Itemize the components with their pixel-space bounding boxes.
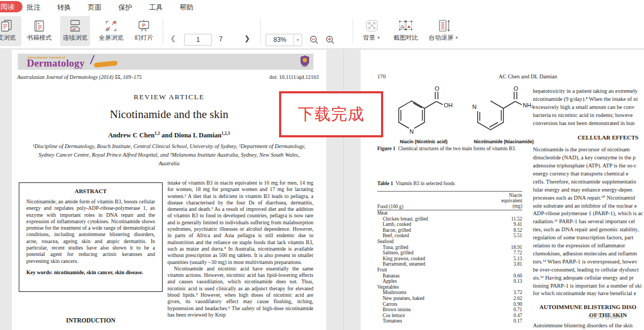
- table-row: Salmon, grilled 7.72: [377, 250, 522, 256]
- svg-text:O: O: [514, 85, 518, 92]
- screenshot-compare-button[interactable]: 截图对比: [389, 16, 422, 46]
- menu-item-tools[interactable]: 工具: [141, 3, 171, 12]
- background-label: 背景▼: [363, 34, 381, 42]
- food-cell: Salmon, grilled: [377, 250, 413, 256]
- niacin-label: Niacin (Nicotinic acid): [400, 139, 448, 144]
- pdf-page-170: 170 AC Chen and DL Damian O OH N: [361, 50, 644, 330]
- niacin-value-cell: 0.90: [514, 302, 522, 307]
- table-vitamin-b3: Table 1 Vitamin B3 in selected foods Foo…: [377, 181, 522, 324]
- menu-items: 批注 转换 页面 保护 工具 帮助: [18, 0, 202, 14]
- text-line: bacteria to nicotinic acid in rodents; h…: [533, 112, 644, 120]
- table-header: Food (100 g) Niacinequivalent(mg): [377, 192, 522, 210]
- toolbar-separator: [260, 19, 261, 43]
- chevron-down-icon: ▼: [377, 35, 381, 40]
- table-row: Fruit: [377, 267, 522, 273]
- table-row: Seafood: [377, 239, 522, 245]
- table-row: Beef, cooked 5.51: [377, 233, 522, 239]
- table-row: Brown onions 0.71: [377, 307, 522, 313]
- page-view-label: 页浏览: [0, 34, 16, 42]
- figure-caption: Figure 1 Chemical structures of the two …: [377, 146, 531, 151]
- niacin-value-cell: 2.62: [514, 296, 522, 302]
- screenshot-compare-icon: [398, 19, 414, 33]
- logo-needle-graphic: [90, 55, 94, 64]
- auto-scroll-icon: [436, 19, 451, 33]
- menu-item-protect[interactable]: 保护: [110, 3, 141, 12]
- food-cell: Seafood: [377, 239, 393, 245]
- food-cell: Mushrooms: [377, 290, 406, 296]
- table-row: Barramundi, steamed 3.81: [377, 261, 522, 267]
- food-cell: Brown onions: [377, 307, 411, 313]
- food-cell: Bananas: [377, 273, 400, 279]
- text-line: be over-consumed, leading to cellular dy…: [533, 266, 644, 274]
- zoom-in-button[interactable]: [324, 34, 336, 46]
- text-block: Nicotinamide is the precursor of nicotin…: [533, 146, 644, 274]
- table-row: Tuna, grilled 18.91: [377, 245, 522, 251]
- page-number-input[interactable]: [184, 34, 212, 46]
- page-view-button[interactable]: 页浏览: [0, 16, 21, 46]
- autoimmune-heading-line1: AUTOIMMUNE BLISTERING DISO: [533, 303, 644, 311]
- text-block: hepatotoxicity in a patient taking an ex…: [533, 87, 644, 127]
- text-line: energy currency that transports chemical…: [533, 170, 644, 178]
- menu-item-page[interactable]: 页面: [79, 3, 110, 12]
- auto-scroll-button[interactable]: 自动滚屏▼: [427, 16, 461, 46]
- book-mode-label: 书籍模式: [27, 34, 52, 42]
- page-view-icon: [0, 19, 13, 33]
- niacin-value-cell: 5.51: [514, 233, 522, 239]
- watermark-text: CSDN @yunfk: [588, 314, 623, 320]
- text-line: nicotinamide (9 g/day).⁸ When the intake…: [533, 96, 644, 104]
- abstract-box: ABSTRACT Nicotinamide, an amide form of …: [19, 182, 163, 292]
- continuous-view-label: 连续浏览: [63, 34, 87, 42]
- table-row: Carrots 0.90: [377, 302, 522, 307]
- menu-item-help[interactable]: 帮助: [171, 3, 202, 12]
- svg-text:O: O: [435, 85, 440, 92]
- download-complete-overlay: 下载完成: [279, 91, 383, 137]
- book-mode-icon: [32, 19, 46, 33]
- continuous-view-icon: [68, 19, 82, 33]
- text-line: chemokines, adhesion molecules and infla…: [533, 250, 644, 258]
- svg-text:N: N: [409, 128, 414, 135]
- table-row: Vegetables: [377, 284, 522, 290]
- doi-text: doi: 10.1111/ajd.12163: [269, 74, 319, 80]
- zoom-level-dropdown[interactable]: 83% ▼: [266, 34, 302, 46]
- table-caption: Table 1 Vitamin B3 in selected foods: [377, 181, 522, 186]
- toolbar: 页浏览 书籍模式 连续浏览 全屏浏览 P 幻灯片: [0, 14, 644, 49]
- text-line: radiation.¹¹ PARP-1 has several importan…: [533, 218, 644, 226]
- table-row: Cos lettuce 0.47: [377, 313, 522, 319]
- text-line: excessively high a small amount can be c…: [533, 104, 644, 112]
- slideshow-icon: P: [137, 19, 151, 33]
- niacin-value-cell: 7.72: [514, 250, 522, 256]
- citation-line: Australasian Journal of Dermatology (201…: [17, 74, 319, 80]
- nh2-atom: NH₂: [523, 102, 533, 108]
- text-block: sis.¹² Having adequate cellular energy a…: [533, 274, 644, 298]
- fullscreen-label: 全屏浏览: [99, 34, 123, 42]
- keywords-line: Key words: nicotinamide, skin cancer, sk…: [26, 269, 155, 275]
- background-button[interactable]: 背景▼: [357, 16, 387, 46]
- table-row: Bananas 0.60: [377, 273, 522, 279]
- menu-item-annotate[interactable]: 批注: [18, 3, 49, 12]
- food-cell: Fruit: [377, 267, 387, 273]
- nicotinamide-label: Nicotinamide (Niacinamide): [474, 139, 533, 144]
- next-page-icon[interactable]: ❯: [244, 34, 250, 42]
- slideshow-button[interactable]: P 幻灯片: [129, 16, 159, 46]
- food-cell: Chicken breast, grilled: [377, 216, 428, 222]
- text-line: sis.¹² Having adequate cellular energy a…: [533, 274, 644, 282]
- table-body: Meat Chicken breast, grilled 11.52 Lamb,…: [377, 210, 522, 324]
- running-head: AC Chen and DL Damian: [499, 74, 557, 79]
- text-block: Autoimmune blistering disorders of the s…: [533, 322, 644, 330]
- continuous-view-button[interactable]: 连续浏览: [60, 16, 90, 46]
- food-cell: New potatoes, baked: [377, 296, 425, 302]
- prev-page-icon[interactable]: ❮: [170, 34, 176, 42]
- abstract-heading: ABSTRACT: [26, 188, 155, 194]
- book-mode-button[interactable]: 书籍模式: [24, 16, 54, 46]
- text-line: tioning PARP-1 is important for a number…: [533, 282, 644, 290]
- pdf-reader-window: 阅读 批注 转换 页面 保护 工具 帮助 页浏览 书籍模式: [0, 0, 644, 330]
- journal-banner: Australasian Journal of Dermatology: [18, 54, 313, 70]
- zoom-out-button[interactable]: [308, 34, 320, 46]
- niacin-structure-figure: O OH N Niacin (Nicotinic acid): [387, 85, 468, 139]
- text-line: Nicotinamide is the precursor of nicotin…: [533, 146, 644, 154]
- table-row: Lamb, cooked 9.41: [377, 222, 522, 228]
- menu-item-convert[interactable]: 转换: [49, 3, 79, 12]
- food-cell: King prawns, cooked: [377, 256, 425, 262]
- fullscreen-button[interactable]: 全屏浏览: [96, 16, 126, 46]
- text-line: adenosine triphosphate (ATP). ATP is the…: [533, 162, 644, 170]
